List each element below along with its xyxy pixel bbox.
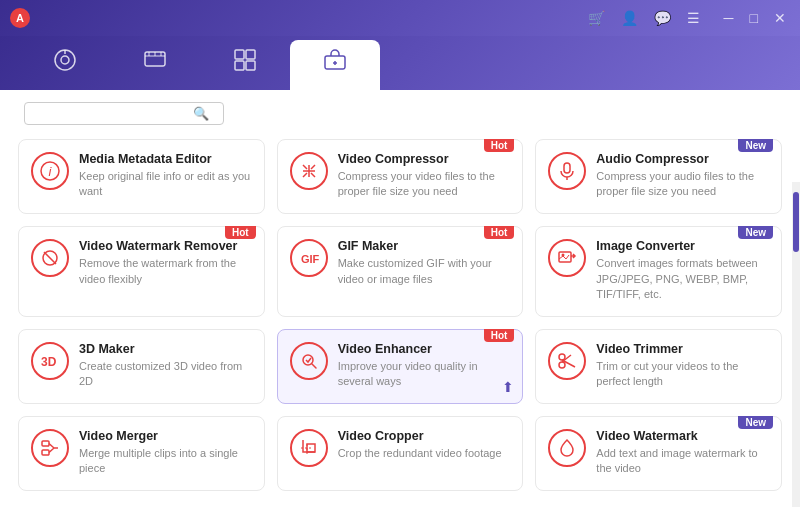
tool-card-3d-maker[interactable]: 3D 3D Maker Create customized 3D video f…: [18, 329, 265, 404]
tool-card-video-trimmer[interactable]: Video Trimmer Trim or cut your videos to…: [535, 329, 782, 404]
svg-rect-19: [564, 163, 570, 173]
svg-rect-11: [246, 61, 255, 70]
svg-point-1: [61, 56, 69, 64]
tool-info-video-compressor: Video Compressor Compress your video fil…: [338, 152, 511, 200]
tool-name-audio-compressor: Audio Compressor: [596, 152, 769, 166]
search-input[interactable]: [33, 107, 193, 121]
toolbox-icon: [323, 48, 347, 78]
tool-card-video-watermark-remover[interactable]: Hot Video Watermark Remover Remove the w…: [18, 226, 265, 317]
maximize-icon[interactable]: □: [746, 10, 762, 26]
tool-info-video-watermark-remover: Video Watermark Remover Remove the water…: [79, 239, 252, 287]
converter-icon: [53, 48, 77, 78]
tool-name-video-watermark-remover: Video Watermark Remover: [79, 239, 252, 253]
svg-rect-8: [235, 50, 244, 59]
tool-desc-media-metadata-editor: Keep original file info or edit as you w…: [79, 169, 252, 200]
tool-name-3d-maker: 3D Maker: [79, 342, 252, 356]
svg-text:3D: 3D: [41, 355, 57, 369]
tool-info-3d-maker: 3D Maker Create customized 3D video from…: [79, 342, 252, 390]
tool-icon-video-compressor: [290, 152, 328, 190]
tool-card-video-enhancer[interactable]: Hot Video Enhancer Improve your video qu…: [277, 329, 524, 404]
tool-icon-video-cropper: [290, 429, 328, 467]
minimize-icon[interactable]: ─: [720, 10, 738, 26]
tools-grid: i Media Metadata Editor Keep original fi…: [0, 133, 800, 505]
tool-name-video-watermark: Video Watermark: [596, 429, 769, 443]
svg-text:GIF: GIF: [301, 253, 319, 265]
svg-text:i: i: [49, 164, 53, 179]
scrollbar-thumb[interactable]: [793, 192, 799, 252]
main-content: 🔍 i Media Metadata Editor Keep original …: [0, 90, 800, 505]
tool-icon-audio-compressor: [548, 152, 586, 190]
tool-name-video-merger: Video Merger: [79, 429, 252, 443]
tool-card-video-compressor[interactable]: Hot Video Compressor Compress your video…: [277, 139, 524, 214]
menu-icon[interactable]: ☰: [683, 10, 704, 26]
tool-icon-video-watermark: [548, 429, 586, 467]
tool-card-video-merger[interactable]: Video Merger Merge multiple clips into a…: [18, 416, 265, 491]
tool-info-video-trimmer: Video Trimmer Trim or cut your videos to…: [596, 342, 769, 390]
tool-info-gif-maker: GIF Maker Make customized GIF with your …: [338, 239, 511, 287]
tab-collage[interactable]: [200, 40, 290, 90]
tool-name-image-converter: Image Converter: [596, 239, 769, 253]
tool-desc-audio-compressor: Compress your audio files to the proper …: [596, 169, 769, 200]
tool-card-gif-maker[interactable]: Hot GIF GIF Maker Make customized GIF wi…: [277, 226, 524, 317]
svg-rect-9: [246, 50, 255, 59]
tool-name-gif-maker: GIF Maker: [338, 239, 511, 253]
tool-card-media-metadata-editor[interactable]: i Media Metadata Editor Keep original fi…: [18, 139, 265, 214]
mv-icon: [143, 48, 167, 78]
tool-icon-video-merger: [31, 429, 69, 467]
tool-icon-gif-maker: GIF: [290, 239, 328, 277]
tool-icon-video-trimmer: [548, 342, 586, 380]
tool-desc-video-enhancer: Improve your video quality in several wa…: [338, 359, 511, 390]
tool-desc-3d-maker: Create customized 3D video from 2D: [79, 359, 252, 390]
app-logo: A: [10, 8, 30, 28]
scrollbar[interactable]: [792, 182, 800, 507]
tool-info-media-metadata-editor: Media Metadata Editor Keep original file…: [79, 152, 252, 200]
badge-new: New: [738, 416, 773, 429]
tool-card-video-cropper[interactable]: Video Cropper Crop the redundant video f…: [277, 416, 524, 491]
tool-desc-video-compressor: Compress your video files to the proper …: [338, 169, 511, 200]
tool-name-video-trimmer: Video Trimmer: [596, 342, 769, 356]
tool-info-video-watermark: Video Watermark Add text and image water…: [596, 429, 769, 477]
tab-toolbox[interactable]: [290, 40, 380, 90]
svg-line-22: [44, 252, 56, 264]
tab-mv[interactable]: [110, 40, 200, 90]
tool-info-image-converter: Image Converter Convert images formats b…: [596, 239, 769, 302]
collage-icon: [233, 48, 257, 78]
svg-rect-24: [559, 252, 571, 262]
tool-icon-3d-maker: 3D: [31, 342, 69, 380]
badge-new: New: [738, 226, 773, 239]
tool-name-media-metadata-editor: Media Metadata Editor: [79, 152, 252, 166]
nav-bar: [0, 36, 800, 90]
badge-hot: Hot: [484, 139, 515, 152]
tool-info-video-enhancer: Video Enhancer Improve your video qualit…: [338, 342, 511, 390]
search-bar: 🔍: [0, 90, 800, 133]
tool-icon-video-enhancer: [290, 342, 328, 380]
tool-icon-video-watermark-remover: [31, 239, 69, 277]
tool-card-video-watermark[interactable]: New Video Watermark Add text and image w…: [535, 416, 782, 491]
tool-desc-video-watermark: Add text and image watermark to the vide…: [596, 446, 769, 477]
tool-name-video-compressor: Video Compressor: [338, 152, 511, 166]
user-icon[interactable]: 👤: [617, 10, 642, 26]
chat-icon[interactable]: 💬: [650, 10, 675, 26]
badge-hot: Hot: [484, 226, 515, 239]
tool-desc-video-cropper: Crop the redundant video footage: [338, 446, 511, 461]
tool-info-audio-compressor: Audio Compressor Compress your audio fil…: [596, 152, 769, 200]
badge-hot: Hot: [225, 226, 256, 239]
tool-icon-media-metadata-editor: i: [31, 152, 69, 190]
badge-hot: Hot: [484, 329, 515, 342]
scroll-up-icon: ⬆: [502, 379, 514, 395]
tool-desc-gif-maker: Make customized GIF with your video or i…: [338, 256, 511, 287]
tab-converter[interactable]: [20, 40, 110, 90]
window-controls: 🛒 👤 💬 ☰ ─ □ ✕: [584, 10, 790, 26]
tool-name-video-cropper: Video Cropper: [338, 429, 511, 443]
badge-new: New: [738, 139, 773, 152]
search-icon[interactable]: 🔍: [193, 106, 209, 121]
search-input-wrap[interactable]: 🔍: [24, 102, 224, 125]
cart-icon[interactable]: 🛒: [584, 10, 609, 26]
svg-rect-30: [42, 441, 49, 446]
tool-desc-image-converter: Convert images formats between JPG/JPEG,…: [596, 256, 769, 302]
svg-point-28: [559, 362, 565, 368]
tool-card-image-converter[interactable]: New Image Converter Convert images forma…: [535, 226, 782, 317]
titlebar: A 🛒 👤 💬 ☰ ─ □ ✕: [0, 0, 800, 36]
close-icon[interactable]: ✕: [770, 10, 790, 26]
tool-card-audio-compressor[interactable]: New Audio Compressor Compress your audio…: [535, 139, 782, 214]
